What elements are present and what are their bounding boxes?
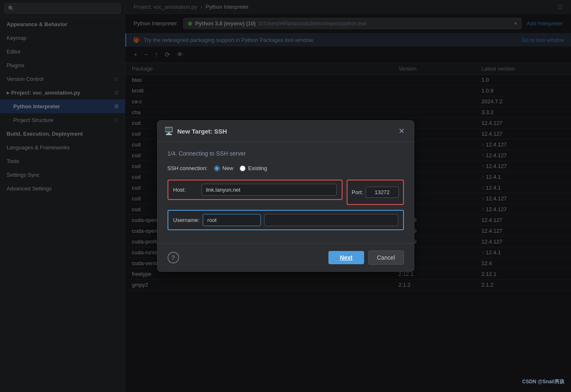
- port-container: Port:: [347, 180, 403, 205]
- dialog-titlebar: 🖥️ New Target: SSH ✕: [158, 121, 414, 142]
- radio-new[interactable]: New: [214, 165, 233, 171]
- radio-new-label: New: [222, 165, 233, 171]
- watermark: CSDN @Snail男孩: [522, 378, 564, 385]
- radio-group: New Existing: [214, 165, 267, 171]
- dialog-icon: 🖥️: [164, 127, 173, 136]
- username-row: Username:: [168, 210, 404, 230]
- username-input[interactable]: [203, 214, 261, 226]
- ssh-connection-row: SSH connection: New Existing: [168, 165, 404, 171]
- ssh-connection-label: SSH connection:: [168, 165, 208, 171]
- port-label: Port:: [352, 189, 363, 195]
- dialog-title: New Target: SSH: [177, 128, 227, 135]
- username-extra-input[interactable]: [264, 214, 398, 226]
- dialog-body: 1/4. Connecting to SSH server SSH connec…: [158, 142, 414, 243]
- help-button[interactable]: ?: [168, 252, 179, 263]
- dialog-overlay: 🖥️ New Target: SSH ✕ 1/4. Connecting to …: [0, 0, 571, 392]
- host-input[interactable]: [202, 184, 337, 196]
- ssh-dialog: 🖥️ New Target: SSH ✕ 1/4. Connecting to …: [157, 120, 414, 272]
- dialog-step: 1/4. Connecting to SSH server: [168, 150, 404, 157]
- radio-new-input[interactable]: [214, 166, 220, 171]
- radio-existing-label: Existing: [248, 165, 267, 171]
- dialog-footer: ? Next Cancel: [158, 243, 414, 271]
- radio-existing[interactable]: Existing: [240, 165, 267, 171]
- radio-existing-input[interactable]: [240, 166, 245, 171]
- dialog-close-button[interactable]: ✕: [396, 126, 407, 136]
- cancel-button[interactable]: Cancel: [368, 251, 404, 265]
- host-row: Host:: [168, 180, 343, 200]
- host-label: Host:: [173, 187, 198, 193]
- next-button[interactable]: Next: [328, 251, 364, 264]
- username-label: Username:: [173, 217, 200, 223]
- port-input[interactable]: [366, 187, 399, 198]
